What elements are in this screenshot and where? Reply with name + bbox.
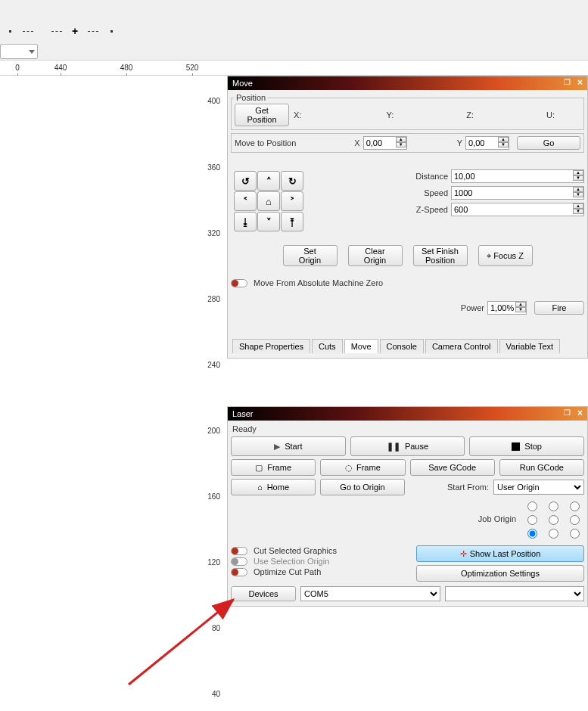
jog-down-button[interactable]: ˅: [257, 212, 280, 231]
set-origin-l2: Origin: [288, 256, 332, 265]
laser-panel-header[interactable]: Laser ❐ ×: [228, 407, 587, 421]
goto-origin-button[interactable]: Go to Origin: [320, 479, 405, 495]
clear-origin-l2: Origin: [353, 256, 397, 265]
stop-button[interactable]: Stop: [469, 436, 584, 456]
jog-left-button[interactable]: ˂: [234, 191, 257, 211]
go-button[interactable]: Go: [517, 136, 580, 150]
tab-cuts[interactable]: Cuts: [312, 339, 343, 353]
focus-z-button[interactable]: ⌖ Focus Z: [478, 245, 533, 266]
spin-up-icon[interactable]: ▲: [573, 187, 583, 192]
set-finish-l1: Set Finish: [418, 247, 462, 256]
x-label: X:: [294, 110, 301, 120]
tab-console[interactable]: Console: [380, 339, 424, 353]
start-from-label: Start From:: [447, 483, 489, 492]
ruler-h-tick: 0: [6, 64, 29, 72]
ruler-v-tick: 320: [207, 229, 220, 238]
job-origin-tr[interactable]: [570, 501, 580, 511]
tab-shape-properties[interactable]: Shape Properties: [232, 339, 310, 353]
speed-input[interactable]: [451, 186, 584, 200]
ruler-vertical: 400 360 320 280 240 200 160 120 80 40: [201, 76, 223, 711]
undock-icon[interactable]: ❐: [564, 78, 571, 86]
tab-camera-control[interactable]: Camera Control: [425, 339, 498, 353]
spin-down-icon[interactable]: ▼: [515, 307, 526, 312]
move-panel-header[interactable]: Move ❐ ×: [228, 76, 587, 90]
job-origin-tl[interactable]: [527, 501, 537, 511]
job-origin-br[interactable]: [570, 529, 580, 539]
start-from-select[interactable]: User Origin: [493, 480, 584, 495]
cut-selected-toggle[interactable]: [231, 547, 247, 555]
close-icon[interactable]: ×: [577, 77, 583, 88]
align-tool-6[interactable]: [103, 23, 120, 39]
use-selection-origin-toggle[interactable]: [231, 557, 247, 566]
spin-up-icon[interactable]: ▲: [396, 137, 406, 142]
optimization-settings-button[interactable]: Optimization Settings: [416, 565, 584, 582]
start-button[interactable]: ▶ Start: [231, 436, 346, 456]
job-origin-bl[interactable]: [527, 529, 537, 539]
ruler-v-tick: 280: [207, 295, 220, 303]
show-last-position-button[interactable]: ✛ Show Last Position: [416, 545, 584, 562]
job-origin-bc[interactable]: [549, 529, 558, 539]
align-tool-4[interactable]: +: [67, 23, 83, 39]
set-finish-button[interactable]: Set Finish Position: [413, 245, 468, 266]
top-toolbar: +: [0, 0, 588, 61]
jog-up-button[interactable]: ˄: [257, 171, 280, 191]
spin-down-icon[interactable]: ▼: [573, 192, 583, 197]
frame-rect-button[interactable]: ▢ Frame: [231, 459, 316, 476]
align-tool-2[interactable]: [20, 23, 36, 39]
spin-up-icon[interactable]: ▲: [573, 203, 583, 209]
job-origin-tc[interactable]: [549, 501, 558, 511]
jog-cw-button[interactable]: ↻: [281, 171, 303, 191]
spin-up-icon[interactable]: ▲: [573, 170, 583, 175]
tab-variable-text[interactable]: Variable Text: [499, 339, 561, 353]
distance-input[interactable]: [451, 169, 584, 183]
toolbar-dropdown[interactable]: [0, 44, 38, 59]
toolbar-separator: [38, 23, 47, 39]
pause-label: Pause: [405, 442, 428, 451]
set-origin-button[interactable]: Set Origin: [283, 245, 338, 266]
clear-origin-button[interactable]: Clear Origin: [348, 245, 403, 266]
job-origin-mr[interactable]: [570, 515, 580, 525]
job-origin-mc[interactable]: [549, 515, 558, 525]
move-abs-zero-toggle[interactable]: [231, 279, 247, 287]
fire-button[interactable]: Fire: [534, 301, 584, 315]
ruler-v-tick: 240: [207, 361, 220, 369]
spin-up-icon[interactable]: ▲: [498, 137, 509, 142]
frame2-label: Frame: [356, 463, 381, 472]
job-origin-ml[interactable]: [527, 515, 537, 525]
tab-move[interactable]: Move: [344, 339, 378, 353]
pause-icon: ❚❚: [387, 442, 400, 452]
run-gcode-button[interactable]: Run GCode: [499, 459, 584, 476]
home-button[interactable]: ⌂ Home: [231, 479, 316, 495]
use-selection-origin-label: Use Selection Origin: [254, 557, 329, 566]
save-gcode-button[interactable]: Save GCode: [410, 459, 495, 476]
move-abs-zero-label: Move From Absolute Machine Zero: [254, 278, 383, 287]
jog-z-down-button[interactable]: ⭳: [234, 212, 257, 231]
spin-down-icon[interactable]: ▼: [498, 142, 509, 147]
align-tool-1[interactable]: [2, 23, 18, 39]
jog-ccw-button[interactable]: ↺: [234, 171, 257, 191]
speed-label: Speed: [424, 188, 448, 197]
jog-right-button[interactable]: ˃: [281, 191, 303, 211]
spin-down-icon[interactable]: ▼: [573, 175, 583, 181]
align-tool-3[interactable]: [48, 23, 65, 39]
optimize-cut-path-toggle[interactable]: [231, 568, 247, 576]
port-select[interactable]: COM5: [300, 586, 440, 601]
ruler-v-tick: 120: [207, 558, 220, 567]
zspeed-input[interactable]: [451, 203, 584, 216]
cut-selected-label: Cut Selected Graphics: [254, 546, 337, 555]
spin-down-icon[interactable]: ▼: [396, 142, 406, 147]
undock-icon[interactable]: ❐: [564, 408, 571, 417]
close-icon[interactable]: ×: [577, 408, 583, 418]
align-tool-5[interactable]: [85, 23, 101, 39]
devices-button[interactable]: Devices: [231, 586, 296, 601]
spin-up-icon[interactable]: ▲: [515, 302, 526, 307]
device-select[interactable]: [445, 586, 585, 601]
get-position-button[interactable]: Get Position: [235, 104, 289, 126]
pause-button[interactable]: ❚❚ Pause: [350, 436, 465, 456]
frame-circle-icon: ◌: [345, 463, 352, 473]
distance-label: Distance: [415, 172, 448, 181]
spin-down-icon[interactable]: ▼: [573, 209, 583, 214]
frame-circle-button[interactable]: ◌ Frame: [320, 459, 405, 476]
jog-z-up-button[interactable]: ⭱: [281, 212, 303, 231]
jog-home-button[interactable]: ⌂: [257, 191, 280, 211]
